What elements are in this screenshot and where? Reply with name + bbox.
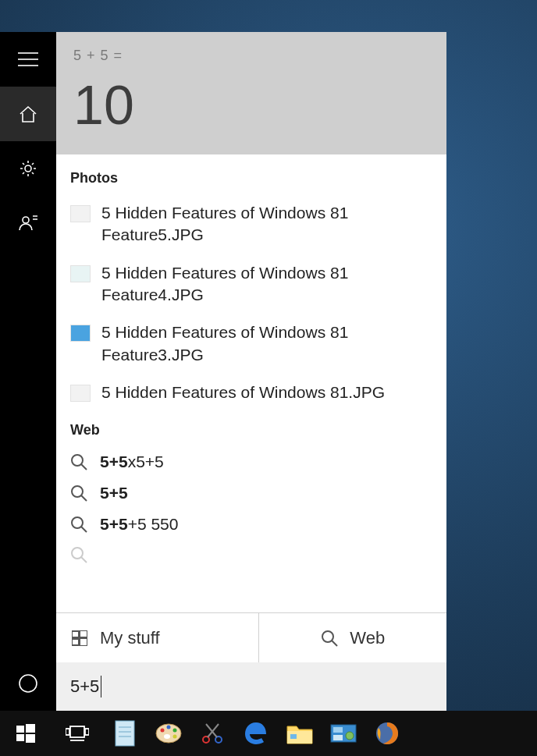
svg-rect-17 bbox=[80, 638, 87, 646]
cortana-icon[interactable] bbox=[0, 656, 56, 711]
web-suggestion-text: 5+5+5 550 bbox=[100, 515, 178, 534]
svg-rect-24 bbox=[70, 726, 84, 737]
svg-point-36 bbox=[173, 735, 177, 739]
svg-rect-14 bbox=[72, 631, 79, 637]
cortana-rail bbox=[0, 32, 56, 711]
search-icon bbox=[70, 453, 87, 470]
text-caret bbox=[101, 676, 101, 697]
web-suggestion[interactable]: 5+5+5 550 bbox=[56, 509, 446, 540]
settings-button[interactable] bbox=[0, 141, 56, 196]
cortana-panel: 5 + 5 = 10 Photos 5 Hidden Features of W… bbox=[0, 32, 446, 711]
svg-point-34 bbox=[167, 726, 171, 729]
svg-line-40 bbox=[208, 724, 219, 737]
calc-answer: 10 bbox=[73, 78, 429, 133]
svg-rect-26 bbox=[85, 729, 89, 735]
filter-web-label: Web bbox=[350, 628, 385, 648]
photo-result[interactable]: 5 Hidden Features of Windows 81 Feature5… bbox=[56, 194, 446, 254]
photo-result-label: 5 Hidden Features of Windows 81.JPG bbox=[101, 382, 432, 403]
taskview-button[interactable] bbox=[52, 711, 103, 756]
calculator-answer-card: 5 + 5 = 10 bbox=[56, 32, 446, 154]
photo-thumb-icon bbox=[70, 205, 91, 222]
svg-point-33 bbox=[161, 729, 165, 733]
section-header-web: Web bbox=[56, 411, 446, 446]
photo-result[interactable]: 5 Hidden Features of Windows 81 Feature4… bbox=[56, 254, 446, 314]
menu-button[interactable] bbox=[0, 32, 56, 87]
start-button[interactable] bbox=[0, 711, 52, 756]
filter-my-stuff[interactable]: My stuff bbox=[56, 613, 259, 662]
svg-line-13 bbox=[81, 557, 87, 563]
taskbar-app-control-panel[interactable] bbox=[322, 711, 365, 756]
filter-web[interactable]: Web bbox=[259, 613, 447, 662]
svg-point-35 bbox=[173, 729, 177, 733]
taskbar-app-snipping-tool[interactable] bbox=[190, 711, 234, 756]
svg-point-4 bbox=[23, 217, 29, 223]
taskbar bbox=[0, 711, 537, 756]
svg-rect-20 bbox=[16, 726, 24, 733]
web-suggestion[interactable]: 5+5x5+5 bbox=[56, 446, 446, 477]
filter-my-stuff-label: My stuff bbox=[100, 628, 160, 648]
svg-point-8 bbox=[72, 486, 83, 497]
svg-rect-21 bbox=[26, 724, 35, 733]
svg-rect-22 bbox=[16, 734, 24, 741]
filter-row: My stuff Web bbox=[56, 612, 446, 662]
taskbar-app-firefox[interactable] bbox=[365, 711, 409, 756]
taskbar-app-notepad[interactable] bbox=[103, 711, 147, 756]
web-suggestion-text: 5+5 bbox=[100, 484, 128, 502]
photo-thumb-icon bbox=[70, 385, 91, 402]
svg-rect-16 bbox=[72, 639, 79, 645]
svg-point-46 bbox=[346, 732, 354, 740]
cortana-results: 5 + 5 = 10 Photos 5 Hidden Features of W… bbox=[56, 32, 446, 711]
svg-point-10 bbox=[72, 517, 83, 528]
svg-line-41 bbox=[206, 724, 217, 737]
svg-line-9 bbox=[81, 495, 87, 501]
photo-result[interactable]: 5 Hidden Features of Windows 81 Feature3… bbox=[56, 314, 446, 374]
feedback-button[interactable] bbox=[0, 196, 56, 250]
search-icon bbox=[70, 516, 87, 533]
home-button[interactable] bbox=[0, 87, 56, 141]
web-suggestion[interactable] bbox=[56, 540, 446, 570]
svg-line-11 bbox=[81, 527, 87, 532]
svg-point-37 bbox=[164, 734, 170, 739]
svg-rect-47 bbox=[333, 735, 343, 740]
search-icon bbox=[320, 629, 339, 648]
svg-line-19 bbox=[332, 641, 337, 646]
search-icon bbox=[70, 484, 87, 502]
taskbar-app-file-explorer[interactable] bbox=[278, 711, 322, 756]
svg-point-3 bbox=[25, 165, 31, 172]
svg-rect-23 bbox=[26, 734, 35, 743]
svg-point-18 bbox=[322, 631, 333, 642]
section-header-photos: Photos bbox=[56, 169, 446, 194]
svg-rect-15 bbox=[80, 630, 87, 637]
svg-rect-43 bbox=[290, 734, 297, 739]
svg-point-6 bbox=[72, 455, 83, 466]
svg-point-12 bbox=[72, 548, 83, 559]
search-input[interactable]: 5+5 bbox=[56, 662, 446, 711]
photo-thumb-icon bbox=[70, 265, 91, 282]
svg-point-5 bbox=[20, 675, 37, 692]
photo-result-label: 5 Hidden Features of Windows 81 Feature5… bbox=[101, 202, 432, 247]
photo-thumb-icon bbox=[70, 325, 91, 342]
windows-icon bbox=[70, 629, 89, 648]
svg-rect-45 bbox=[333, 727, 343, 733]
web-suggestion-text: 5+5x5+5 bbox=[100, 453, 164, 471]
svg-rect-28 bbox=[116, 721, 134, 746]
photo-result-label: 5 Hidden Features of Windows 81 Feature4… bbox=[101, 262, 432, 307]
calc-expression: 5 + 5 = bbox=[73, 48, 429, 64]
web-suggestion[interactable]: 5+5 bbox=[56, 477, 446, 509]
desktop: 5 + 5 = 10 Photos 5 Hidden Features of W… bbox=[0, 0, 537, 756]
svg-line-7 bbox=[81, 464, 87, 470]
search-input-value: 5+5 bbox=[70, 676, 99, 697]
photo-result-label: 5 Hidden Features of Windows 81 Feature3… bbox=[101, 321, 432, 366]
svg-rect-25 bbox=[66, 729, 69, 735]
results-list: Photos 5 Hidden Features of Windows 81 F… bbox=[56, 154, 446, 612]
search-icon bbox=[70, 546, 87, 563]
taskbar-app-paint[interactable] bbox=[147, 711, 190, 756]
photo-result[interactable]: 5 Hidden Features of Windows 81.JPG bbox=[56, 374, 446, 411]
taskbar-app-edge[interactable] bbox=[234, 711, 278, 756]
